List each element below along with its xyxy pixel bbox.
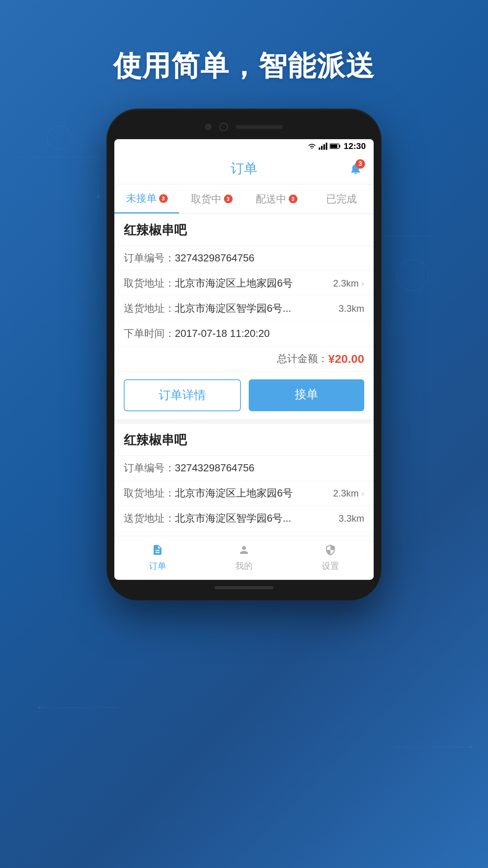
delivery-row-2: 送货地址： 北京市海淀区智学园6号... 3.3km — [114, 506, 374, 531]
svg-rect-15 — [326, 143, 327, 150]
phone-top-bar — [114, 116, 374, 139]
delivery-distance-2: 3.3km — [339, 513, 364, 524]
btn-accept-1[interactable]: 接单 — [249, 379, 364, 411]
pickup-distance-2: 2.3km — [333, 488, 359, 499]
settings-nav-icon — [325, 544, 336, 558]
phone-body: 12:30 订单 3 未接单 3 — [106, 108, 382, 600]
orders-nav-icon — [152, 544, 163, 558]
order-no-row-1: 订单编号： 32743298764756 — [114, 246, 374, 271]
tab-unaccepted-label: 未接单 — [126, 191, 157, 205]
delivery-address-1: 北京市海淀区智学园6号... — [175, 302, 339, 315]
svg-point-7 — [38, 706, 40, 709]
svg-rect-18 — [330, 145, 337, 148]
app-title: 订单 — [231, 160, 257, 178]
notification-badge: 3 — [356, 159, 365, 169]
order-no-value-1: 32743298764756 — [175, 252, 364, 264]
status-time: 12:30 — [344, 141, 366, 151]
profile-nav-label: 我的 — [235, 560, 253, 572]
shop-name-1: 红辣椒串吧 — [114, 214, 374, 246]
time-row-1: 下单时间： 2017-07-18 11:20:20 — [114, 321, 374, 346]
bottom-nav: 订单 我的 设置 — [114, 536, 374, 580]
order-card-2: 红辣椒串吧 订单编号： 32743298764756 取货地址： 北京市海淀区上… — [114, 424, 374, 531]
svg-rect-12 — [319, 147, 320, 150]
phone-mockup: 12:30 订单 3 未接单 3 — [99, 108, 389, 600]
phone-bottom-bar — [114, 580, 374, 592]
phone-speaker — [236, 125, 283, 129]
pickup-row-2[interactable]: 取货地址： 北京市海淀区上地家园6号 2.3km › — [114, 481, 374, 506]
signal-icon — [319, 143, 327, 150]
pickup-address-2: 北京市海淀区上地家园6号 — [175, 486, 333, 500]
hero-title: 使用简单，智能派送 — [113, 47, 375, 85]
svg-rect-13 — [321, 146, 323, 150]
pickup-distance-1: 2.3km — [333, 278, 359, 289]
svg-point-10 — [47, 126, 71, 149]
orders-nav-label: 订单 — [149, 560, 166, 572]
pickup-label-2: 取货地址： — [124, 486, 175, 500]
total-value-1: ¥20.00 — [328, 352, 364, 366]
shop-name-2: 红辣椒串吧 — [114, 424, 374, 456]
delivery-label-1: 送货地址： — [124, 302, 175, 315]
svg-point-11 — [397, 259, 428, 291]
time-value-1: 2017-07-18 11:20:20 — [175, 327, 364, 340]
pickup-address-1: 北京市海淀区上地家园6号 — [175, 276, 333, 290]
front-camera — [219, 123, 228, 131]
order-actions-1: 订单详情 接单 — [114, 371, 374, 419]
delivery-distance-1: 3.3km — [339, 303, 364, 314]
bottom-nav-orders[interactable]: 订单 — [114, 540, 201, 576]
tab-pickup-label: 取货中 — [191, 192, 222, 206]
orders-list: 红辣椒串吧 订单编号： 32743298764756 取货地址： 北京市海淀区上… — [114, 214, 374, 531]
delivery-label-2: 送货地址： — [124, 511, 175, 525]
tabs-container: 未接单 3 取货中 3 配送中 3 已完成 — [114, 184, 374, 214]
tab-pickup[interactable]: 取货中 3 — [179, 184, 244, 213]
tab-delivery-label: 配送中 — [256, 192, 286, 206]
notification-button[interactable]: 3 — [347, 160, 364, 177]
tab-delivery-badge: 3 — [289, 195, 297, 203]
total-row-1: 总计金额： ¥20.00 — [114, 346, 374, 371]
tab-completed[interactable]: 已完成 — [309, 184, 374, 213]
profile-nav-icon — [238, 544, 250, 558]
tab-unaccepted-badge: 3 — [159, 194, 168, 203]
delivery-row-1: 送货地址： 北京市海淀区智学园6号... 3.3km — [114, 296, 374, 321]
front-camera-dot — [205, 124, 211, 130]
order-no-value-2: 32743298764756 — [175, 462, 364, 474]
order-no-row-2: 订单编号： 32743298764756 — [114, 456, 374, 481]
svg-point-9 — [470, 746, 473, 748]
pickup-label-1: 取货地址： — [124, 276, 175, 290]
home-indicator — [215, 586, 273, 589]
order-no-label-1: 订单编号： — [124, 251, 175, 265]
status-bar: 12:30 — [114, 139, 374, 153]
btn-detail-1[interactable]: 订单详情 — [124, 379, 241, 411]
battery-icon — [330, 143, 341, 149]
pickup-chevron-1: › — [361, 278, 364, 289]
app-header: 订单 3 — [114, 153, 374, 184]
pickup-row-1[interactable]: 取货地址： 北京市海淀区上地家园6号 2.3km › — [114, 271, 374, 296]
tab-delivery[interactable]: 配送中 3 — [244, 184, 309, 213]
tab-pickup-badge: 3 — [224, 195, 233, 203]
wifi-icon — [308, 143, 316, 150]
time-label-1: 下单时间： — [124, 327, 175, 340]
bottom-nav-settings[interactable]: 设置 — [287, 540, 374, 576]
svg-rect-17 — [339, 145, 340, 147]
status-icons — [308, 143, 341, 150]
total-label-1: 总计金额： — [277, 352, 328, 366]
svg-rect-14 — [323, 144, 325, 150]
bottom-nav-profile[interactable]: 我的 — [201, 540, 287, 576]
order-card-1: 红辣椒串吧 订单编号： 32743298764756 取货地址： 北京市海淀区上… — [114, 214, 374, 419]
order-no-label-2: 订单编号： — [124, 461, 175, 475]
settings-nav-label: 设置 — [322, 560, 339, 572]
tab-completed-label: 已完成 — [326, 192, 357, 206]
tab-unaccepted[interactable]: 未接单 3 — [114, 184, 179, 213]
pickup-chevron-2: › — [361, 488, 364, 499]
delivery-address-2: 北京市海淀区智学园6号... — [175, 511, 339, 525]
phone-screen: 12:30 订单 3 未接单 3 — [114, 139, 374, 580]
